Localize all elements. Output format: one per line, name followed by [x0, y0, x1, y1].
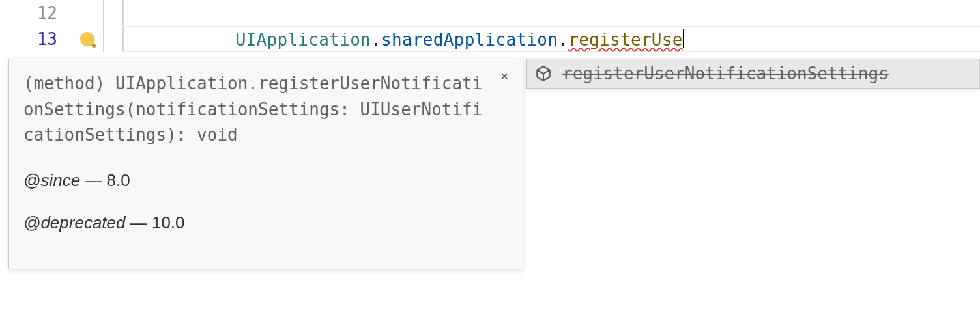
suggestion-list[interactable]: registerUserNotificationSettings: [526, 59, 980, 89]
token-property: sharedApplication: [381, 30, 558, 49]
doc-tag-deprecated: @deprecated: [23, 213, 126, 232]
token-dot: .: [371, 30, 381, 49]
suggestion-label: registerUserNotificationSettings: [562, 64, 889, 83]
line-number: 12: [0, 3, 76, 23]
lightbulb-icon[interactable]: [80, 32, 94, 46]
doc-value-deprecated: 10.0: [152, 213, 185, 232]
suggestion-item[interactable]: registerUserNotificationSettings: [527, 59, 979, 88]
hover-signature: (method) UIApplication.registerUserNotif…: [23, 71, 507, 148]
token-method-error: registerUse: [568, 30, 683, 49]
hover-tooltip[interactable]: × (method) UIApplication.registerUserNot…: [8, 59, 523, 269]
hover-documentation: @since — 8.0 @deprecated — 10.0: [23, 168, 507, 236]
doc-tag-since: @since: [23, 171, 80, 190]
method-icon: [535, 65, 552, 82]
token-dot: .: [558, 30, 568, 49]
glyph-margin[interactable]: [76, 32, 99, 46]
text-caret: [683, 29, 685, 48]
code-editor[interactable]: 12 13 UIApplication.sharedApplication.re…: [0, 0, 980, 52]
close-icon[interactable]: ×: [497, 68, 512, 84]
token-class: UIApplication: [236, 30, 371, 49]
line-number: 13: [0, 29, 76, 49]
doc-value-since: 8.0: [107, 171, 130, 190]
